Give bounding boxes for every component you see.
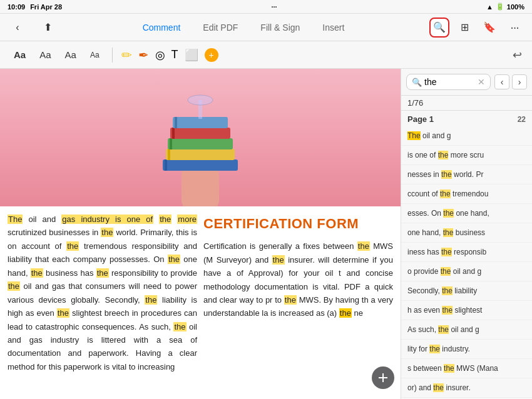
wifi-icon: ▲ xyxy=(486,3,493,11)
highlight-the-1: The xyxy=(8,215,23,224)
search-result-item[interactable]: s between the MWS (Mana xyxy=(401,359,532,378)
search-page-count: 22 xyxy=(518,115,526,124)
main-content: The oil and gas industry is one of the m… xyxy=(0,69,532,399)
highlight-the-3: the xyxy=(101,228,113,237)
search-result-item[interactable]: ccount of the tremendou xyxy=(401,184,532,204)
svg-rect-4 xyxy=(166,149,235,160)
tab-comment[interactable]: Comment xyxy=(131,19,192,36)
status-bar: 10:09 Fri Apr 28 ··· ▲ 🔋 100% xyxy=(0,0,532,14)
right-column: CERTIFICATION FORM Certification is gene… xyxy=(203,213,393,393)
cert-title: CERTIFICATION FORM xyxy=(203,213,393,235)
tab-fill-sign[interactable]: Fill & Sign xyxy=(249,19,311,36)
text-tool[interactable]: T xyxy=(171,48,178,61)
search-clear-button[interactable]: ✕ xyxy=(478,77,485,87)
svg-rect-8 xyxy=(170,128,230,139)
search-prev-button[interactable]: ‹ xyxy=(494,74,509,89)
doc-header-image xyxy=(0,69,401,206)
search-result-item[interactable]: As such, the oil and g xyxy=(401,320,532,340)
highlight-gas: gas industry is one of xyxy=(61,215,153,224)
search-result-item[interactable]: one hand, the business xyxy=(401,223,532,243)
document-area: The oil and gas industry is one of the m… xyxy=(0,69,401,399)
action-icon xyxy=(377,372,389,383)
highlight-the-5: the xyxy=(168,255,180,264)
search-result-item[interactable]: nesses in the world. Pr xyxy=(401,165,532,184)
grid-button[interactable]: ⊞ xyxy=(454,18,474,38)
tab-edit-pdf[interactable]: Edit PDF xyxy=(192,19,249,36)
search-input-wrapper: 🔍 ✕ xyxy=(406,74,491,90)
search-next-button[interactable]: › xyxy=(512,74,527,89)
more-button[interactable]: ··· xyxy=(504,18,524,38)
search-count-bar: 1/76 xyxy=(401,96,532,111)
shape-tool[interactable]: ⬜ xyxy=(185,48,198,62)
annotation-toolbar: Aa Aa Aa Aa ✏ ✒ ◎ T ⬜ + ↩ xyxy=(0,41,532,69)
highlight-more: more xyxy=(177,215,197,224)
eraser-tool[interactable]: ◎ xyxy=(155,48,165,62)
highlight-the-8: the xyxy=(8,281,20,291)
svg-rect-3 xyxy=(165,159,167,171)
left-column: The oil and gas industry is one of the m… xyxy=(8,213,197,393)
search-icon: 🔍 xyxy=(412,78,422,87)
svg-rect-2 xyxy=(163,159,238,171)
add-tool[interactable]: + xyxy=(205,48,218,62)
highlight-tool[interactable]: ✏ xyxy=(121,48,132,63)
font-size-regular[interactable]: Aa xyxy=(61,47,80,63)
search-page-header: Page 1 22 xyxy=(401,111,532,126)
search-result-item[interactable]: Secondly, the liability xyxy=(401,281,532,301)
highlight-the-9: the xyxy=(145,295,157,305)
search-page-label: Page 1 xyxy=(407,114,434,124)
doc-page: The oil and gas industry is one of the m… xyxy=(0,69,401,399)
search-result-item[interactable]: esses. On the one hand, xyxy=(401,204,532,223)
tab-insert[interactable]: Insert xyxy=(311,19,356,36)
svg-rect-6 xyxy=(168,138,233,149)
books-illustration xyxy=(75,69,325,206)
svg-rect-1 xyxy=(182,169,219,206)
font-size-large[interactable]: Aa xyxy=(10,47,29,63)
search-result-item[interactable]: h as even the slightest xyxy=(401,301,532,320)
search-result-item[interactable]: iness has the responsib xyxy=(401,243,532,262)
undo-button[interactable]: ↩ xyxy=(513,48,522,62)
highlight-the-11: the xyxy=(173,322,186,331)
search-button[interactable]: 🔍 xyxy=(429,18,449,38)
font-size-small[interactable]: Aa xyxy=(86,48,103,62)
search-result-item[interactable]: or) and the insurer. xyxy=(401,378,532,398)
back-button[interactable]: ‹ xyxy=(8,18,28,38)
svg-rect-7 xyxy=(170,138,172,149)
svg-rect-9 xyxy=(172,128,175,139)
highlight-the-r3: the xyxy=(284,295,297,305)
highlight-the-4: the xyxy=(66,241,79,251)
share-button[interactable]: ⬆ xyxy=(38,18,58,38)
status-time: 10:09 xyxy=(8,3,25,11)
nav-right-actions: 🔍 ⊞ 🔖 ··· xyxy=(429,18,524,38)
pen-tool[interactable]: ✒ xyxy=(138,48,149,63)
highlight-the-r1: the xyxy=(357,241,370,251)
search-result-item[interactable]: lity for the industry. xyxy=(401,340,532,359)
highlight-the-6: the xyxy=(31,268,43,278)
search-result-item[interactable]: o provide the oil and g xyxy=(401,262,532,281)
bookmark-button[interactable]: 🔖 xyxy=(479,18,499,38)
highlight-the-10: the xyxy=(57,308,69,318)
search-current-count: 1/76 xyxy=(407,98,423,108)
search-input[interactable] xyxy=(424,77,475,87)
highlight-the-r2: the xyxy=(272,255,285,265)
search-result-item[interactable]: The oil and g xyxy=(401,126,532,146)
status-date: Fri Apr 28 xyxy=(30,3,62,11)
svg-point-13 xyxy=(188,95,213,105)
svg-rect-5 xyxy=(168,149,170,160)
status-ellipsis: ··· xyxy=(271,3,277,11)
search-bar: 🔍 ✕ ‹ › xyxy=(401,69,532,96)
svg-rect-11 xyxy=(175,117,177,128)
battery-level: 100% xyxy=(507,3,524,11)
search-panel: 🔍 ✕ ‹ › 1/76 Page 1 22 The oil and g is … xyxy=(401,69,532,399)
svg-rect-15 xyxy=(382,373,384,382)
search-navigation: ‹ › xyxy=(494,74,527,89)
floating-action-button[interactable] xyxy=(372,366,394,389)
highlight-the-current: the xyxy=(339,308,352,318)
search-result-item[interactable]: is one of the more scru xyxy=(401,146,532,165)
search-results-list[interactable]: The oil and g is one of the more scru ne… xyxy=(401,126,532,399)
battery-icon: 🔋 xyxy=(496,3,504,11)
font-size-medium[interactable]: Aa xyxy=(36,47,54,63)
highlight-the-2: the xyxy=(159,215,171,224)
nav-tabs: Comment Edit PDF Fill & Sign Insert xyxy=(131,19,356,36)
doc-text-area: The oil and gas industry is one of the m… xyxy=(0,206,401,399)
top-nav-bar: ‹ ⬆ Comment Edit PDF Fill & Sign Insert … xyxy=(0,14,532,41)
